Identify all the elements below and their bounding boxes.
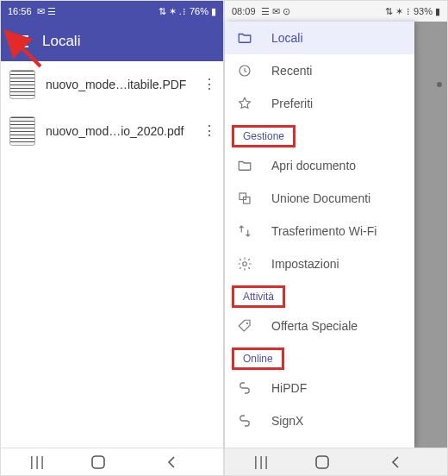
status-bar: 08:09 ☰ ✉ ⊙ ⇅ ✶ ⫶ 93% ▮ (225, 1, 447, 22)
section-heading-attivita: Attività (232, 285, 285, 308)
drawer-container: Locali Recenti Preferiti Gestione (225, 22, 447, 448)
drawer-item-label: SignX (271, 414, 303, 428)
tag-icon (237, 318, 252, 334)
app-title: Locali (42, 33, 80, 50)
screenshot-left: 16:56 ✉ ☰ ⇅ ✶ .⫶ 76% ▮ Locali nuovo_mode… (0, 0, 224, 476)
drawer-item-recenti[interactable]: Recenti (225, 54, 414, 87)
wifi-transfer-icon (237, 223, 252, 239)
drawer-item-label: Recenti (271, 64, 312, 78)
file-thumbnail-icon (9, 70, 35, 99)
file-row[interactable]: nuovo_mod…io_2020.pdf ⋮ (1, 108, 223, 154)
drawer-item-apri-documento[interactable]: Apri documento (225, 149, 414, 182)
svg-point-5 (243, 262, 247, 266)
nav-home-button[interactable] (314, 454, 358, 470)
navigation-drawer: Locali Recenti Preferiti Gestione (225, 22, 414, 448)
nav-recent-button[interactable]: ||| (16, 454, 59, 470)
screenshot-right: 08:09 ☰ ✉ ⊙ ⇅ ✶ ⫶ 93% ▮ Locali (224, 0, 448, 476)
drawer-item-label: Unione Documenti (271, 191, 370, 205)
drawer-item-unione-documenti[interactable]: Unione Documenti (225, 182, 414, 215)
app-header: Locali (1, 22, 223, 61)
drawer-item-label: Locali (271, 31, 303, 45)
status-left-icons: ✉ ☰ (37, 6, 56, 17)
file-name: nuovo_mod…io_2020.pdf (46, 124, 190, 138)
link-icon (237, 413, 252, 429)
folder-icon (237, 30, 252, 46)
clock-icon (237, 63, 252, 78)
drawer-item-label: Apri documento (271, 159, 356, 172)
status-time: 08:09 (232, 6, 256, 16)
more-icon[interactable]: ⋮ (201, 124, 218, 138)
drawer-item-trasferimento-wifi[interactable]: Trasferimento Wi-Fi (225, 215, 414, 247)
nav-recent-button[interactable]: ||| (240, 454, 283, 470)
svg-rect-1 (92, 456, 104, 468)
menu-icon[interactable] (11, 33, 28, 50)
drawer-item-offerta-speciale[interactable]: Offerta Speciale (225, 310, 414, 342)
drawer-item-label: HiPDF (271, 381, 307, 395)
link-icon (237, 380, 252, 396)
section-heading-gestione: Gestione (232, 125, 296, 147)
gear-icon (237, 256, 252, 272)
drawer-item-signx[interactable]: SignX (225, 404, 414, 437)
drawer-item-label: Trasferimento Wi-Fi (271, 224, 376, 238)
star-icon (237, 96, 252, 111)
status-left-icons: ☰ ✉ ⊙ (261, 6, 290, 17)
nav-home-button[interactable] (90, 454, 134, 470)
status-time: 16:56 (8, 6, 32, 16)
drawer-item-label: Offerta Speciale (271, 319, 358, 333)
android-navbar: ||| (1, 448, 223, 475)
more-icon (437, 82, 442, 87)
drawer-item-label: Preferiti (271, 97, 313, 110)
status-bar: 16:56 ✉ ☰ ⇅ ✶ .⫶ 76% ▮ (1, 1, 223, 22)
file-list: nuovo_mode…itabile.PDF ⋮ nuovo_mod…io_20… (1, 61, 223, 154)
nav-back-button[interactable] (389, 455, 432, 469)
drawer-item-hipdf[interactable]: HiPDF (225, 372, 414, 404)
file-thumbnail-icon (9, 116, 35, 146)
android-navbar: ||| (225, 448, 447, 475)
drawer-item-preferiti[interactable]: Preferiti (225, 87, 414, 120)
more-icon[interactable]: ⋮ (201, 78, 218, 91)
svg-rect-4 (244, 197, 251, 204)
svg-point-6 (246, 323, 248, 324)
nav-back-button[interactable] (165, 455, 208, 469)
file-name: nuovo_mode…itabile.PDF (46, 78, 190, 91)
status-network-icons: ⇅ ✶ ⫶ 93% ▮ (385, 6, 440, 17)
drawer-item-impostazioni[interactable]: Impostazioni (225, 247, 414, 280)
drawer-item-label: Impostazioni (271, 257, 339, 271)
svg-rect-7 (316, 456, 328, 468)
drawer-item-locali[interactable]: Locali (225, 22, 414, 54)
file-row[interactable]: nuovo_mode…itabile.PDF ⋮ (1, 61, 223, 108)
merge-icon (237, 191, 252, 206)
status-network-icons: ⇅ ✶ .⫶ 76% ▮ (159, 6, 216, 17)
folder-icon (237, 158, 252, 173)
section-heading-online: Online (232, 348, 284, 370)
svg-rect-3 (240, 193, 246, 200)
